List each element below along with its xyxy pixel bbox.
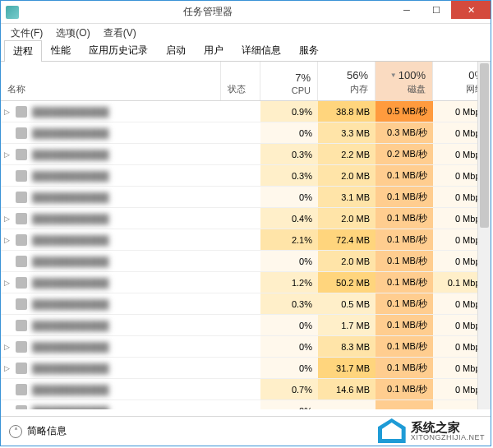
status-cell [221, 208, 260, 229]
chevron-right-icon[interactable]: ▷ [4, 279, 12, 287]
disk-cell: 0.1 MB/秒 [376, 165, 433, 186]
chevron-right-icon[interactable]: ▷ [4, 236, 12, 244]
process-name-redacted: ████████████ [32, 214, 109, 224]
maximize-button[interactable]: ☐ [422, 1, 451, 19]
sort-desc-icon: ▼ [390, 72, 397, 79]
cpu-cell: 0% [260, 251, 318, 271]
tab-1[interactable]: 性能 [42, 39, 80, 61]
tab-5[interactable]: 详细信息 [233, 39, 290, 61]
status-cell [221, 122, 260, 143]
cpu-cell: 0.7% [260, 379, 318, 400]
table-row[interactable]: ▷████████████0.4%2.0 MB0.1 MB/秒0 Mbps [1, 208, 491, 229]
disk-cell: 0.1 MB/秒 [376, 187, 433, 207]
process-icon [16, 234, 27, 246]
process-icon [16, 106, 27, 118]
chevron-right-icon[interactable]: ▷ [4, 150, 12, 159]
table-row[interactable]: ████████████0.7%14.6 MB0.1 MB/秒0 Mbps [1, 379, 491, 400]
disk-cell: 0.1 MB/秒 [376, 208, 433, 229]
status-cell [221, 187, 260, 207]
minimize-button[interactable]: ─ [392, 1, 422, 19]
chevron-right-icon[interactable]: ▷ [4, 108, 12, 116]
process-name-cell: ▷████████████ [1, 101, 221, 122]
process-icon [16, 256, 27, 267]
memory-cell: 2.0 MB [318, 165, 376, 186]
process-table: 名称 状态 7% CPU 56% 内存 ▼ 100% 磁盘 0% [1, 62, 491, 409]
disk-cell: 0.2 MB/秒 [376, 144, 433, 164]
vertical-scrollbar[interactable] [477, 62, 491, 409]
tab-2[interactable]: 应用历史记录 [80, 39, 157, 61]
col-header-cpu[interactable]: 7% CPU [260, 62, 318, 100]
tab-0[interactable]: 进程 [4, 40, 42, 62]
process-icon [16, 149, 27, 160]
table-row[interactable]: ████████████0% [1, 400, 491, 409]
col-header-memory[interactable]: 56% 内存 [318, 62, 376, 100]
status-cell [221, 400, 260, 409]
table-body: ▷████████████0.9%38.8 MB0.5 MB/秒0 Mbps██… [1, 101, 491, 409]
process-icon [16, 384, 27, 395]
watermark-logo-icon [378, 418, 406, 443]
scroll-thumb[interactable] [480, 63, 489, 228]
process-name-cell: ▷████████████ [1, 272, 221, 293]
table-row[interactable]: ▷████████████0%31.7 MB0.1 MB/秒0 Mbps [1, 358, 491, 379]
memory-cell: 0.5 MB [318, 293, 376, 314]
process-name-cell: ▷████████████ [1, 229, 221, 250]
disk-label: 磁盘 [408, 83, 426, 95]
cpu-cell: 0.3% [260, 165, 318, 186]
table-row[interactable]: ▷████████████2.1%72.4 MB0.1 MB/秒0 Mbps [1, 229, 491, 251]
cpu-cell: 0.3% [260, 144, 318, 164]
disk-cell: 0.1 MB/秒 [376, 336, 433, 357]
chevron-up-icon[interactable]: ˄ [9, 425, 22, 438]
chevron-right-icon[interactable]: ▷ [4, 364, 12, 372]
disk-cell [376, 400, 433, 409]
cpu-cell: 0% [260, 358, 318, 378]
close-button[interactable]: ✕ [451, 1, 491, 19]
tab-6[interactable]: 服务 [290, 39, 328, 61]
table-row[interactable]: ▷████████████0.9%38.8 MB0.5 MB/秒0 Mbps [1, 101, 491, 122]
table-row[interactable]: ▷████████████1.2%50.2 MB0.1 MB/秒0.1 Mbps [1, 272, 491, 293]
disk-cell: 0.1 MB/秒 [376, 293, 433, 314]
brief-info-toggle[interactable]: 简略信息 [27, 424, 67, 438]
disk-cell: 0.3 MB/秒 [376, 122, 433, 143]
process-name-redacted: ████████████ [32, 321, 109, 330]
window-title: 任务管理器 [24, 5, 392, 19]
chevron-right-icon[interactable]: ▷ [4, 215, 12, 223]
tab-3[interactable]: 启动 [157, 39, 195, 61]
chevron-right-icon[interactable]: ▷ [4, 343, 12, 351]
process-icon [16, 298, 27, 310]
table-row[interactable]: ▷████████████0.3%2.2 MB0.2 MB/秒0 Mbps [1, 144, 491, 165]
disk-cell: 0.1 MB/秒 [376, 251, 433, 271]
table-row[interactable]: ████████████0%1.7 MB0.1 MB/秒0 Mbps [1, 315, 491, 336]
process-name-cell: ▷████████████ [1, 144, 221, 164]
process-name-redacted: ████████████ [32, 342, 109, 352]
table-row[interactable]: ████████████0%2.0 MB0.1 MB/秒0 Mbps [1, 251, 491, 272]
status-cell [221, 229, 260, 250]
table-row[interactable]: ████████████0.3%2.0 MB0.1 MB/秒0 Mbps [1, 165, 491, 187]
table-row[interactable]: ████████████0%3.1 MB0.1 MB/秒0 Mbps [1, 187, 491, 208]
process-icon [16, 320, 27, 331]
col-status-label: 状态 [228, 83, 246, 95]
process-name-redacted: ████████████ [32, 192, 109, 202]
mem-label: 内存 [350, 83, 368, 95]
task-manager-window: 任务管理器 ─ ☐ ✕ 文件(F) 选项(O) 查看(V) 进程性能应用历史记录… [0, 0, 491, 446]
cpu-cell: 0% [260, 400, 318, 409]
memory-cell: 2.2 MB [318, 144, 376, 164]
cpu-cell: 2.1% [260, 229, 318, 250]
col-header-disk[interactable]: ▼ 100% 磁盘 [376, 62, 433, 100]
status-cell [221, 358, 260, 378]
disk-cell: 0.1 MB/秒 [376, 358, 433, 378]
cpu-cell: 0% [260, 122, 318, 143]
table-row[interactable]: ████████████0%3.3 MB0.3 MB/秒0 Mbps [1, 122, 491, 144]
col-header-status[interactable]: 状态 [221, 62, 260, 100]
col-header-name[interactable]: 名称 [1, 62, 221, 100]
process-name-redacted: ████████████ [32, 299, 109, 309]
memory-cell: 8.3 MB [318, 336, 376, 357]
process-name-redacted: ████████████ [32, 150, 109, 159]
process-icon [16, 363, 27, 374]
tab-4[interactable]: 用户 [195, 39, 233, 61]
table-row[interactable]: ▷████████████0%8.3 MB0.1 MB/秒0 Mbps [1, 336, 491, 358]
process-name-cell: ▷████████████ [1, 336, 221, 357]
titlebar[interactable]: 任务管理器 ─ ☐ ✕ [1, 1, 491, 24]
process-icon [16, 192, 27, 203]
status-cell [221, 272, 260, 293]
table-row[interactable]: ████████████0.3%0.5 MB0.1 MB/秒0 Mbps [1, 293, 491, 315]
